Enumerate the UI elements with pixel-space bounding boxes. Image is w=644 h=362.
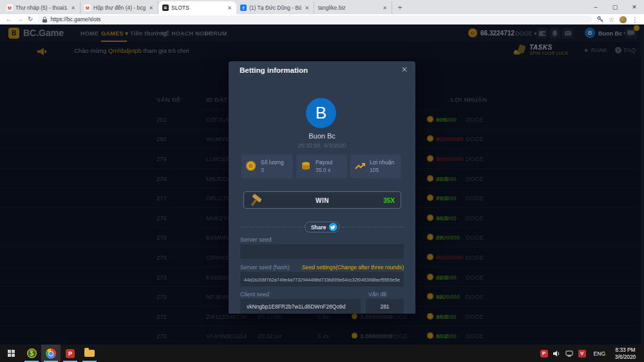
dollar-app-icon: $ (27, 348, 37, 358)
start-button[interactable] (0, 345, 22, 362)
twitter-icon[interactable] (328, 223, 337, 231)
taskbar-app-p[interactable]: P (61, 345, 80, 362)
tab-close-icon[interactable]: ✕ (382, 5, 388, 11)
player-avatar: B (306, 98, 336, 128)
result-multiplier: 35X (383, 197, 395, 204)
tab-title: SLOTS (171, 5, 224, 11)
tab-facebook[interactable]: f (1) Tạ Đức Dũng - Bóng Thanh N ✕ (236, 1, 314, 14)
reload-icon[interactable]: ↻ (28, 14, 33, 24)
tab-title: Thư nháp (5) - thoai14071997@ (15, 5, 68, 11)
modal-close-icon[interactable]: ✕ (401, 65, 408, 74)
gmail-icon: M (6, 5, 13, 11)
address-bar[interactable]: https://bc.game/slots (37, 15, 592, 23)
url-text: https://bc.game/slots (50, 16, 100, 23)
betting-information-modal: Betting information ✕ B Buon Bc 20:32:50… (229, 61, 415, 314)
bcgame-favicon: B (162, 5, 169, 11)
p-app-icon: P (66, 349, 75, 358)
tab-tanglike[interactable]: tanglike.biz ✕ (314, 1, 392, 14)
tab-title: (1) Tạ Đức Dũng - Bóng Thanh N (249, 5, 301, 11)
tab-gmail-inbox[interactable]: M Hộp thư đến (4) - bcgamebouns ✕ (80, 1, 158, 14)
share-button[interactable]: Share (305, 222, 340, 233)
password-key-icon[interactable] (597, 16, 603, 23)
coin-icon: D (246, 161, 256, 171)
window-controls: – ▢ ✕ (586, 0, 644, 14)
server-seed-input[interactable] (240, 244, 404, 259)
coins-stack-icon (301, 161, 311, 173)
taskbar-clock[interactable]: 8:33 PM 3/6/2020 (611, 347, 640, 361)
browser-toolbar: ← → ↻ https://bc.game/slots ☆ ⋮ (0, 14, 644, 24)
result-label: WIN (244, 197, 401, 204)
result-banner: WIN 35X (243, 191, 401, 209)
browser-profile-avatar[interactable] (620, 16, 627, 23)
client-seed-label: Client seed (240, 291, 269, 298)
tray-p-icon[interactable]: P (540, 350, 548, 357)
page-content: B BC.Game HOME GAMES ▾ Tiền thưởng KẾ HO… (0, 24, 644, 345)
bookmark-star-icon[interactable]: ☆ (609, 16, 614, 23)
window-minimize-button[interactable]: – (586, 0, 605, 14)
server-seed-label: Server seed (240, 236, 272, 243)
screen: M Thư nháp (5) - thoai14071997@ ✕ M Hộp … (0, 0, 644, 362)
chrome-icon (46, 348, 56, 359)
taskbar-app-money[interactable]: $ (22, 345, 41, 362)
browser-tab-strip: M Thư nháp (5) - thoai14071997@ ✕ M Hộp … (0, 0, 644, 14)
clock-time: 8:33 PM (616, 347, 636, 353)
windows-taskbar: $ P P V ENG 8:33 PM 3/6/2020 (0, 345, 644, 362)
server-seed-hash-label: Server seed (hash) (240, 264, 290, 271)
issue-input[interactable]: 281 (366, 299, 404, 314)
taskbar-file-explorer[interactable] (80, 345, 99, 362)
tab-slots-active[interactable]: B SLOTS ✕ (158, 1, 236, 14)
forward-icon[interactable]: → (17, 14, 23, 24)
player-name: Buon Bc (229, 132, 415, 140)
language-indicator[interactable]: ENG (594, 350, 605, 357)
tab-title: tanglike.biz (318, 5, 379, 11)
tab-title: Hộp thư đến (4) - bcgamebouns (93, 5, 146, 11)
tray-v-icon[interactable]: V (578, 350, 586, 357)
gmail-icon: M (84, 5, 91, 11)
stat-card-amount: D Số lượng 3 (242, 155, 293, 178)
window-close-button[interactable]: ✕ (625, 0, 644, 14)
trend-up-icon (355, 161, 365, 173)
clock-date: 3/6/2020 (615, 354, 636, 360)
window-maximize-button[interactable]: ▢ (605, 0, 625, 14)
toolbar-icons: ☆ ⋮ (597, 16, 638, 23)
stat-card-profit: Lợi nhuận 105 (350, 155, 401, 178)
back-icon[interactable]: ← (6, 14, 12, 24)
network-icon[interactable] (565, 348, 573, 359)
issue-label: Vấn đề (368, 291, 387, 298)
new-tab-button[interactable]: + (392, 3, 408, 14)
tab-gmail-drafts[interactable]: M Thư nháp (5) - thoai14071997@ ✕ (3, 1, 80, 14)
server-seed-hash-input[interactable]: 44d1b206f762a749e4a77329444f8fd733b895e6… (240, 272, 404, 287)
client-seed-input[interactable]: vkNngbp1E8FR2b7w1Ld6DWnF28Qo9d (240, 299, 361, 314)
lock-icon (43, 17, 47, 23)
taskbar-app-chrome[interactable] (41, 345, 61, 362)
windows-logo-icon (8, 350, 15, 357)
stat-card-payout: Payout 35.0 x (296, 155, 347, 178)
seed-settings-link[interactable]: Seed settings(Change after three rounds) (302, 264, 404, 271)
tab-close-icon[interactable]: ✕ (70, 5, 76, 11)
system-tray: P V ENG 8:33 PM 3/6/2020 (540, 347, 644, 361)
volume-icon[interactable] (553, 348, 560, 359)
facebook-icon: f (240, 5, 247, 11)
bet-timestamp: 20:32:50, 6/3/2020 (229, 142, 415, 149)
tab-close-icon[interactable]: ✕ (148, 5, 154, 11)
modal-title: Betting information (240, 66, 308, 74)
folder-icon (84, 350, 95, 357)
browser-menu-icon[interactable]: ⋮ (632, 16, 638, 23)
tab-close-icon[interactable]: ✕ (227, 5, 232, 11)
tab-close-icon[interactable]: ✕ (304, 5, 310, 11)
